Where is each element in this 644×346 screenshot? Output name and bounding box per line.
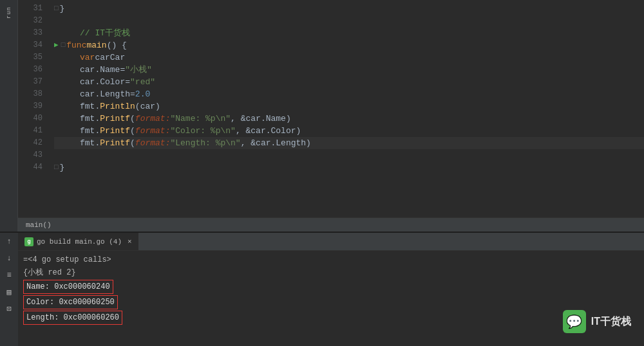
go-tab-icon: g (24, 237, 33, 246)
line-num-42: 42 (18, 137, 49, 149)
console-line-name: Name: 0xc000060240 (23, 279, 639, 295)
op-37: = (125, 76, 130, 88)
grid-icon[interactable]: ⊡ (3, 302, 15, 315)
comment-33: // IT干货栈 (80, 27, 130, 39)
code-line-42: fmt. Printf ( format: "Length: %p\n" , &… (54, 137, 644, 149)
line-num-40: 40 (18, 113, 49, 125)
code-panel: 31 32 33 34 35 36 37 38 39 40 41 42 43 4… (18, 0, 644, 232)
length-address-box: Length: 0xc000060260 (23, 311, 122, 325)
line-num-36: 36 (18, 64, 49, 76)
println-fn: Println (100, 100, 135, 113)
code-content: 31 32 33 34 35 36 37 38 39 40 41 42 43 4… (18, 0, 644, 217)
car-color-field: car.Color (80, 76, 125, 88)
run-button[interactable]: ▶ (54, 39, 59, 51)
func-keyword: func (66, 39, 86, 51)
var-keyword-35: var (80, 51, 95, 64)
bottom-sidebar: ↑ ↓ ≡ ▤ ⊡ (0, 233, 18, 346)
line-num-37: 37 (18, 76, 49, 88)
code-line-40: fmt. Printf ( format: "Name: %p\n" , &ca… (54, 113, 644, 125)
car-length-field: car.Length (80, 88, 130, 100)
code-line-43 (54, 149, 644, 161)
line-num-32: 32 (18, 15, 49, 27)
str-37: "red" (130, 76, 155, 88)
code-text-44: } (60, 161, 65, 174)
num-38: 2.0 (135, 88, 150, 100)
fmt-pkg-42: fmt. (80, 137, 100, 149)
app-container: run 31 32 33 34 35 36 37 38 39 40 41 4 (0, 0, 644, 346)
console-line-color: Color: 0xc000060250 (23, 295, 639, 310)
func-name-main: main (86, 39, 106, 51)
code-text-31: } (60, 3, 65, 15)
str-36: "小栈" (125, 64, 152, 76)
struct-output-text: {小栈 red 2} (23, 268, 76, 277)
line-numbers: 31 32 33 34 35 36 37 38 39 40 41 42 43 4… (18, 0, 49, 217)
wechat-icon: 💬 (563, 310, 586, 333)
bottom-content: g go build main.go (4) × =<4 go setup ca… (18, 233, 644, 346)
line-num-34: 34 (18, 39, 49, 51)
name-address-text: Name: 0xc000060240 (26, 282, 110, 291)
var-car: car (95, 51, 109, 64)
code-line-36: car.Name = "小栈" (54, 64, 644, 76)
op-38: = (130, 88, 135, 100)
code-line-38: car.Length = 2.0 (54, 88, 644, 100)
line-num-31: 31 (18, 3, 49, 15)
line-num-44: 44 (18, 161, 49, 174)
watermark: 💬 IT干货栈 (563, 310, 631, 333)
tab-label: go build main.go (4) (37, 238, 122, 246)
line-num-41: 41 (18, 125, 49, 137)
code-line-33: // IT干货栈 (54, 27, 644, 39)
fmt-pkg-41: fmt. (80, 125, 100, 137)
watermark-label: IT干货栈 (591, 315, 631, 329)
code-lines-container: □ } // IT干货栈 ▶ □ func (49, 0, 644, 217)
run-label: run (6, 6, 12, 19)
fold-icon-44: □ (54, 161, 59, 174)
breadcrumb: main() (26, 221, 52, 229)
op-36: = (120, 64, 125, 76)
line-num-33: 33 (18, 27, 49, 39)
list-icon[interactable]: ▤ (3, 286, 15, 298)
fold-icon-34: □ (61, 39, 66, 51)
color-address-text: Color: 0xc000060250 (26, 298, 115, 307)
println-arg: (car) (135, 100, 160, 113)
menu-icon[interactable]: ≡ (3, 269, 15, 282)
code-line-44: □ } (54, 161, 644, 174)
line-num-43: 43 (18, 149, 49, 161)
console-line-struct: {小栈 red 2} (23, 266, 639, 279)
code-line-32 (54, 15, 644, 27)
code-line-35: var car Car (54, 51, 644, 64)
car-name-field: car.Name (80, 64, 120, 76)
code-line-34: ▶ □ func main () { (54, 39, 644, 51)
editor-area: run 31 32 33 34 35 36 37 38 39 40 41 4 (0, 0, 644, 232)
length-address-text: Length: 0xc000060260 (26, 313, 119, 322)
code-line-39: fmt. Println (car) (54, 100, 644, 113)
console-output: =<4 go setup calls> {小栈 red 2} Name: 0xc… (18, 251, 644, 346)
bottom-panel: ↑ ↓ ≡ ▤ ⊡ g go build main.go (4) × =<4 g… (0, 232, 644, 346)
left-gutter: run (0, 0, 18, 232)
console-line-length: Length: 0xc000060260 (23, 310, 639, 325)
name-address-box: Name: 0xc000060240 (23, 280, 113, 294)
fold-icon-31: □ (54, 3, 59, 15)
printf-fn-42: Printf (100, 137, 130, 149)
tab-bar: g go build main.go (4) × (18, 233, 644, 251)
color-address-box: Color: 0xc000060250 (23, 295, 118, 309)
up-arrow-icon[interactable]: ↑ (3, 235, 15, 248)
tab-close-button[interactable]: × (128, 238, 132, 246)
line-num-35: 35 (18, 51, 49, 64)
line-num-38: 38 (18, 88, 49, 100)
down-arrow-icon[interactable]: ↓ (3, 252, 15, 265)
setup-calls-text: =<4 go setup calls> (23, 255, 111, 264)
printf-fn-40: Printf (100, 113, 130, 125)
printf-fn-41: Printf (100, 125, 130, 137)
type-car: Car (110, 51, 125, 64)
console-tab[interactable]: g go build main.go (4) × (18, 233, 139, 250)
code-line-31: □ } (54, 3, 644, 15)
breadcrumb-bar: main() (18, 217, 644, 232)
console-line-setup: =<4 go setup calls> (23, 253, 639, 266)
code-line-41: fmt. Printf ( format: "Color: %p\n" , &c… (54, 125, 644, 137)
line-num-39: 39 (18, 100, 49, 113)
code-line-37: car.Color = "red" (54, 76, 644, 88)
func-parens: () { (107, 39, 127, 51)
fmt-pkg-39: fmt. (80, 100, 100, 113)
fmt-pkg-40: fmt. (80, 113, 100, 125)
